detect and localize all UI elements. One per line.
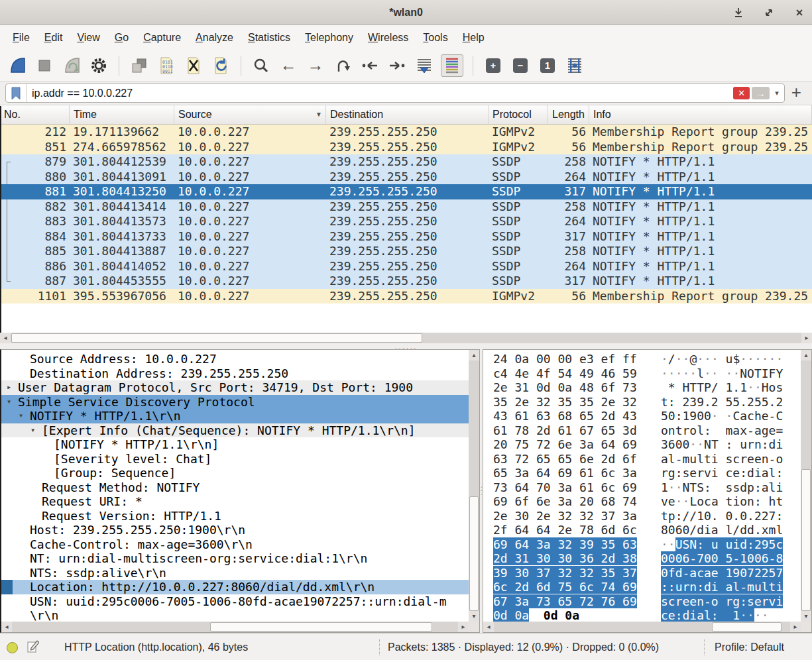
zoom-100-icon[interactable]: 1 <box>537 55 558 76</box>
file-save-icon[interactable]: 010101100011 <box>156 55 177 76</box>
go-forward-icon[interactable]: → <box>305 55 326 76</box>
hex-row[interactable]: 61 78 2d 61 67 65 3dontrol: max-age= <box>483 423 801 438</box>
menu-item-edit[interactable]: Edit <box>37 28 70 48</box>
hex-row[interactable]: 43 61 63 68 65 2d 4350:1900· ·Cache-C <box>483 409 801 423</box>
menu-item-statistics[interactable]: Statistics <box>241 28 298 48</box>
menu-item-go[interactable]: Go <box>107 28 136 48</box>
hex-row[interactable]: 2d 31 30 30 36 2d 380006-700 5-1006-8 <box>483 551 801 566</box>
hex-row[interactable]: 20 75 72 6e 3a 64 693600··NT : urn:di <box>483 437 801 452</box>
profile-text[interactable]: Profile: Default <box>715 634 784 660</box>
detail-row[interactable]: ▾NOTIFY * HTTP/1.1\r\n <box>1 409 469 423</box>
expert-info-icon[interactable] <box>7 642 18 653</box>
detail-hscrollbar[interactable]: ◂ ▸ <box>1 622 469 632</box>
collapse-icon[interactable]: ▾ <box>7 395 11 410</box>
menu-item-telephony[interactable]: Telephony <box>298 28 361 48</box>
packet-row[interactable]: 879301.80441253910.0.0.227239.255.255.25… <box>0 154 812 170</box>
zoom-out-icon[interactable]: − <box>510 55 531 76</box>
detail-row[interactable]: \r\n <box>1 608 469 622</box>
packet-row[interactable]: 883301.80441357310.0.0.227239.255.255.25… <box>0 214 812 229</box>
add-filter-button-icon[interactable]: + <box>785 83 807 103</box>
resize-columns-icon[interactable] <box>564 55 585 76</box>
packet-list-hscrollbar[interactable]: ◂ ▸ <box>0 333 812 343</box>
display-filter-input[interactable] <box>27 87 733 100</box>
hex-row[interactable]: 2e 30 2e 32 32 37 3atp://10. 0.0.227: <box>483 509 801 523</box>
apply-filter-icon[interactable]: → <box>752 87 770 99</box>
column-header-time[interactable]: Time <box>70 105 174 124</box>
menu-item-wireless[interactable]: Wireless <box>361 28 416 48</box>
filter-bookmark-icon[interactable] <box>6 84 27 102</box>
bytes-vscrollbar[interactable]: ▴ ▾ <box>801 350 811 622</box>
menu-item-analyze[interactable]: Analyze <box>188 28 241 48</box>
go-last-icon[interactable] <box>386 55 408 76</box>
hex-row[interactable]: 35 2e 32 35 35 2e 32t: 239.2 55.255.2 <box>483 395 801 410</box>
column-header-protocol[interactable]: Protocol <box>489 105 548 124</box>
capture-options-icon[interactable] <box>88 55 109 76</box>
go-back-icon[interactable]: ← <box>278 55 299 76</box>
detail-row[interactable]: Location: http://10.0.0.227:8060/dial/dd… <box>1 580 469 594</box>
detail-row[interactable]: Request Version: HTTP/1.1 <box>1 509 469 523</box>
file-open-icon[interactable] <box>129 55 150 76</box>
column-header-source[interactable]: Source▼ <box>174 105 326 124</box>
detail-row[interactable]: Host: 239.255.255.250:1900\r\n <box>1 523 469 537</box>
wireshark-start-icon[interactable] <box>7 55 28 76</box>
detail-row[interactable]: NT: urn:dial-multiscreen-org:service:dia… <box>1 551 469 566</box>
display-filter-box[interactable]: ✕ → ▾ <box>5 83 785 103</box>
clear-filter-icon[interactable]: ✕ <box>733 87 750 99</box>
hex-row[interactable]: 6c 2d 6d 75 6c 74 69::urn:di al-multi <box>483 580 801 594</box>
packet-row[interactable]: 881301.80441325010.0.0.227239.255.255.25… <box>0 184 812 199</box>
detail-row[interactable]: [Severity level: Chat] <box>1 452 469 467</box>
expand-icon[interactable]: ▸ <box>7 380 11 395</box>
find-packet-icon[interactable] <box>251 55 272 76</box>
detail-row[interactable]: Cache-Control: max-age=3600\r\n <box>1 537 469 552</box>
hex-row[interactable]: 2f 64 64 2e 78 6d 6c8060/dia l/dd.xml <box>483 523 801 537</box>
detail-row[interactable]: ▸User Datagram Protocol, Src Port: 34719… <box>1 380 469 395</box>
close-icon[interactable] <box>792 5 807 20</box>
minimize-icon[interactable] <box>731 5 746 20</box>
menu-item-tools[interactable]: Tools <box>416 28 455 48</box>
column-header-info[interactable]: Info <box>589 105 812 124</box>
detail-row[interactable]: ▾[Expert Info (Chat/Sequence): NOTIFY * … <box>1 423 469 438</box>
hex-row[interactable]: 69 6f 6e 3a 20 68 74ve··Loca tion: ht <box>483 494 801 509</box>
detail-row[interactable]: ▾Simple Service Discovery Protocol <box>1 395 469 410</box>
packet-row[interactable]: 885301.80441388710.0.0.227239.255.255.25… <box>0 244 812 259</box>
hex-row[interactable]: 2e 31 0d 0a 48 6f 73 * HTTP/ 1.1··Hos <box>483 380 801 395</box>
hex-row[interactable]: 65 3a 64 69 61 6c 3arg:servi ce:dial: <box>483 466 801 480</box>
detail-row[interactable]: NTS: ssdp:alive\r\n <box>1 566 469 580</box>
menu-item-capture[interactable]: Capture <box>136 28 188 48</box>
capture-restart-icon[interactable] <box>61 55 82 76</box>
capture-comment-icon[interactable] <box>26 638 39 657</box>
hex-row[interactable]: c4 4e 4f 54 49 46 59·····l·· ··NOTIFY <box>483 366 801 381</box>
maximize-icon[interactable] <box>762 5 776 20</box>
auto-scroll-icon[interactable] <box>414 55 435 76</box>
packet-row[interactable]: 880301.80441309110.0.0.227239.255.255.25… <box>0 170 812 185</box>
pane-splitter[interactable]: ······ <box>0 343 812 349</box>
column-header-no[interactable]: No. <box>0 105 70 124</box>
column-header-length[interactable]: Length <box>548 105 589 124</box>
capture-stop-icon[interactable] <box>34 55 55 76</box>
column-header-destination[interactable]: Destination <box>326 105 489 124</box>
hex-row[interactable]: 24 0a 00 00 e3 ef ff·/··@··· u$······ <box>483 352 801 366</box>
detail-row[interactable]: Destination Address: 239.255.255.250 <box>1 366 469 381</box>
hex-row[interactable]: 0d 0a 0d 0ace:dial: 1···· <box>483 608 801 622</box>
hex-row[interactable]: 67 3a 73 65 72 76 69screen-o rg:servi <box>483 594 801 609</box>
hex-row[interactable]: 63 72 65 65 6e 2d 6fal-multi screen-o <box>483 452 801 467</box>
go-first-icon[interactable] <box>359 55 380 76</box>
file-close-icon[interactable] <box>183 55 204 76</box>
detail-row[interactable]: Request URI: * <box>1 494 469 509</box>
file-reload-icon[interactable] <box>210 55 231 76</box>
detail-row[interactable]: [NOTIFY * HTTP/1.1\r\n] <box>1 437 469 452</box>
packet-row[interactable]: 882301.80441341410.0.0.227239.255.255.25… <box>0 199 812 215</box>
menu-item-view[interactable]: View <box>70 28 107 48</box>
collapse-icon[interactable]: ▾ <box>19 409 23 423</box>
packet-row[interactable]: 884301.80441373310.0.0.227239.255.255.25… <box>0 229 812 245</box>
zoom-in-icon[interactable]: + <box>483 55 504 76</box>
packet-row[interactable]: 851274.66597856210.0.0.227239.255.255.25… <box>0 140 812 155</box>
detail-row[interactable]: USN: uuid:295c0006-7005-1006-80fd-acae19… <box>1 594 469 609</box>
packet-row[interactable]: 1101395.55396705610.0.0.227239.255.255.2… <box>0 289 812 304</box>
packet-row[interactable]: 886301.80441405210.0.0.227239.255.255.25… <box>0 259 812 274</box>
menu-item-help[interactable]: Help <box>455 28 492 48</box>
colorize-icon[interactable] <box>441 54 463 77</box>
filter-dropdown-icon[interactable]: ▾ <box>770 89 784 97</box>
detail-row[interactable]: Request Method: NOTIFY <box>1 480 469 495</box>
bytes-hscrollbar[interactable]: ◂ ▸ <box>483 622 801 632</box>
